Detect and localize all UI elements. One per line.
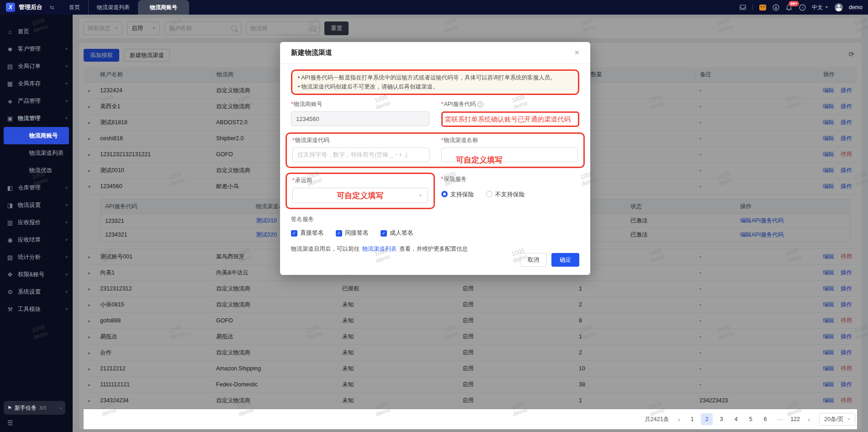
channel-code-input[interactable]: 仅支持字母，数字，特殊符号(空格 _ - + .) — [292, 148, 429, 162]
sidebar: 首页 客户管理 ∨ 全局订单 ∨ 全局库存 — [0, 15, 73, 432]
menu-icon — [6, 115, 14, 122]
chevron-icon: ∨ — [65, 238, 68, 242]
prev-page-button[interactable]: ‹ — [674, 416, 683, 423]
carrier-select[interactable]: 可自定义填写 ∨ — [292, 188, 428, 203]
sidebar-item-logistics[interactable]: 物流管理 ∧ — [0, 110, 73, 127]
inbox-icon[interactable] — [739, 4, 746, 11]
assistant-robot-icon[interactable] — [759, 4, 766, 11]
help-icon[interactable]: ? — [799, 4, 806, 11]
channel-list-link[interactable]: 物流渠道列表 — [362, 245, 397, 253]
page-6[interactable]: 6 — [759, 413, 771, 425]
sidebar-item-statistics[interactable]: 统计分析 ∨ — [0, 248, 73, 266]
indirect-signature-checkbox[interactable]: 间接签名 — [336, 229, 369, 237]
avatar[interactable] — [835, 3, 843, 11]
notifications-bell-icon[interactable]: 99+ — [785, 4, 793, 11]
cancel-button[interactable]: 取消 — [520, 253, 547, 267]
menu-icon — [6, 46, 14, 53]
menu-icon — [6, 98, 14, 105]
task-progress: 3/3 — [39, 405, 46, 411]
chevron-icon: ∨ — [65, 99, 68, 103]
chevron-icon: ∨ — [65, 290, 68, 294]
topbar-tabs: 首页 物流渠道列表 物流商账号 — [61, 0, 189, 15]
sidebar-item-logistics-provider-accounts[interactable]: 物流商账号 — [4, 127, 69, 144]
radio-icon — [486, 191, 492, 197]
username: demo — [849, 4, 863, 11]
page-122[interactable]: 122 — [789, 413, 802, 425]
tab-logistics-channel-list[interactable]: 物流渠道列表 — [88, 0, 138, 15]
language-selector[interactable]: 中文▼ — [812, 4, 829, 11]
pagination: 共2421条 ‹ 1 2 3 4 5 6 — [84, 409, 857, 429]
tab-home[interactable]: 首页 — [61, 0, 88, 15]
page-5[interactable]: 5 — [745, 413, 757, 425]
direct-signature-checkbox[interactable]: 直接签名 — [291, 229, 324, 237]
chevron-icon: ∨ — [65, 273, 68, 276]
svg-text:?: ? — [801, 5, 804, 10]
app-title: 管理后台 — [19, 3, 42, 11]
page-2[interactable]: 2 — [701, 413, 713, 425]
chevron-icon: ∨ — [65, 221, 68, 224]
menu-icon — [6, 202, 14, 209]
chevron-icon: ∧ — [65, 116, 68, 120]
chevron-icon: ∨ — [65, 186, 68, 190]
insurance-yes-radio[interactable]: 支持保险 — [441, 190, 474, 199]
chevron-icon: ∨ — [65, 255, 68, 259]
chevron-icon: ∨ — [65, 82, 68, 85]
new-channel-modal: 新建物流渠道 × API服务代码一般是指在打单系统中的运输方式或者运输代码等，具… — [280, 42, 590, 275]
tab-logistics-provider-accounts[interactable]: 物流商账号 — [138, 0, 189, 15]
sidebar-item-global-orders[interactable]: 全局订单 ∨ — [0, 58, 73, 75]
close-icon[interactable]: × — [574, 48, 579, 58]
sidebar-item-permissions[interactable]: 权限&账号 ∨ — [0, 266, 73, 283]
divider — [752, 4, 753, 11]
adult-signature-checkbox[interactable]: 成人签名 — [381, 229, 413, 237]
next-page-button[interactable]: › — [804, 416, 814, 423]
sidebar-item-customers[interactable]: 客户管理 ∨ — [0, 40, 73, 58]
sidebar-collapse-icon[interactable]: ☰ — [7, 419, 73, 427]
chevron-icon: ∨ — [65, 47, 68, 51]
sidebar-item-products[interactable]: 产品管理 ∨ — [0, 92, 73, 110]
page-ellipsis[interactable]: ⋯ — [774, 413, 786, 425]
chevron-down-icon: ∨ — [419, 194, 422, 197]
provider-account-input: 1234560 — [291, 111, 429, 126]
modal-notice: API服务代码一般是指在打单系统中的运输方式或者运输代码等，具体可以咨询打单系统… — [291, 69, 579, 95]
radio-selected-icon — [441, 191, 448, 197]
menu-icon — [6, 28, 14, 35]
help-circle-icon[interactable]: ? — [477, 101, 483, 107]
sidebar-item-receivable-quotes[interactable]: 应收报价 ∨ — [0, 214, 73, 231]
flag-icon: ⚑ — [7, 405, 12, 411]
sidebar-item-tools[interactable]: 工具模块 ∨ — [0, 300, 73, 318]
sidebar-item-global-inventory[interactable]: 全局库存 ∨ — [0, 75, 73, 92]
collapse-menu-icon[interactable]: ⇆ — [50, 4, 53, 11]
page-size-select[interactable]: 20条/页 ∨ — [819, 413, 855, 426]
insurance-no-radio[interactable]: 不支持保险 — [486, 190, 525, 199]
channel-code-annotation-box: 物流渠道代码 仅支持字母，数字，特殊符号(空格 _ - + .) 物流渠道名称 … — [286, 132, 585, 168]
download-icon[interactable] — [772, 4, 779, 11]
menu-icon — [6, 63, 14, 70]
annotation-text: 可自定义填写 — [456, 155, 503, 165]
checkbox-checked-icon — [291, 230, 297, 237]
total-count: 共2421条 — [645, 416, 669, 423]
chevron-icon: ∨ — [65, 307, 68, 311]
sidebar-item-system-settings[interactable]: 系统设置 ∨ — [0, 283, 73, 300]
sidebar-item-logistics-settings[interactable]: 物流设置 ∨ — [0, 196, 73, 214]
chevron-icon: ∨ — [65, 64, 68, 68]
confirm-button[interactable]: 确定 — [551, 253, 579, 267]
sidebar-item-warehouse[interactable]: 仓库管理 ∨ — [0, 179, 73, 196]
sidebar-item-logistics-channel-list[interactable]: 物流渠道列表 — [0, 144, 73, 162]
sidebar-item-home[interactable]: 首页 — [0, 23, 73, 40]
signature-label: 签名服务 — [291, 216, 579, 223]
sidebar-item-logistics-preferred[interactable]: 物流优选 — [0, 162, 73, 179]
notification-badge: 99+ — [789, 1, 799, 6]
menu-icon — [6, 184, 14, 191]
menu-icon — [6, 254, 14, 261]
page-3[interactable]: 3 — [715, 413, 727, 425]
api-code-field: API服务代码? 需联系打单系统确认账号已开通的渠道代码 — [441, 100, 580, 127]
sidebar-item-receivable-settlement[interactable]: 应收结算 ∨ — [0, 231, 73, 248]
menu-icon — [6, 219, 14, 226]
api-code-input[interactable]: 需联系打单系统确认账号已开通的渠道代码 — [441, 111, 580, 127]
page-1[interactable]: 1 — [686, 413, 698, 425]
menu-icon — [6, 271, 14, 278]
menu-icon — [6, 306, 14, 313]
newbie-task-widget[interactable]: ⚑ 新手任务 3/3 › — [4, 401, 65, 415]
chevron-down-icon: ∨ — [847, 417, 850, 421]
page-4[interactable]: 4 — [730, 413, 742, 425]
